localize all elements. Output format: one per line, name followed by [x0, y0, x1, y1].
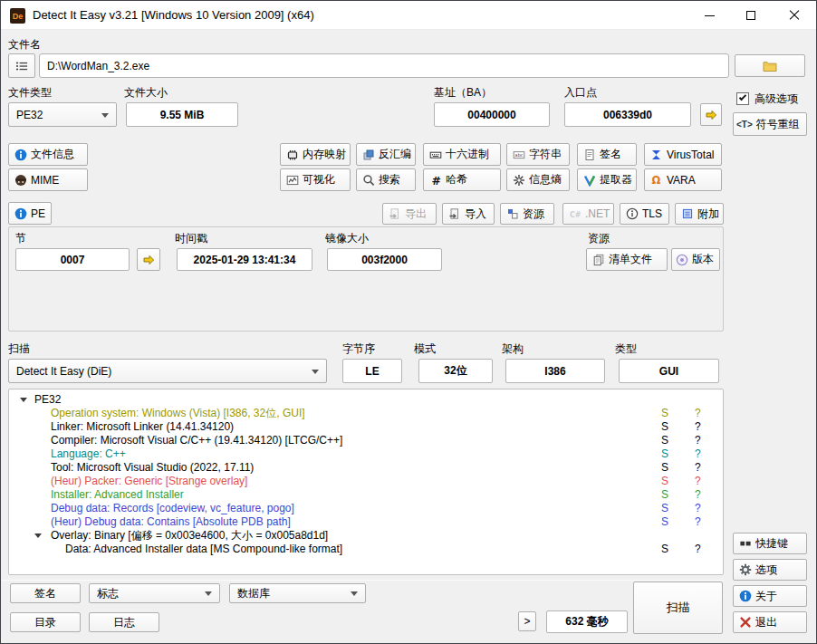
scan-link[interactable]: S [661, 515, 668, 529]
open-file-button[interactable] [735, 54, 805, 77]
timestamp-label: 时间戳 [175, 232, 207, 245]
scan-link[interactable]: S [661, 475, 668, 488]
info-link[interactable]: ? [695, 434, 701, 447]
expand-button[interactable]: > [518, 611, 536, 631]
demangle-label: 符号重组 [756, 117, 800, 132]
scan-link[interactable]: S [661, 543, 668, 556]
log-label: 日志 [113, 615, 135, 630]
advanced-options-label: 高级选项 [755, 92, 798, 106]
virustotal-button[interactable]: VirusTotal [644, 143, 722, 166]
version-button[interactable]: 版本 [671, 248, 720, 271]
tree-row[interactable]: Linker: Microsoft Linker (14.41.34120)S? [9, 420, 723, 434]
search-button[interactable]: 搜索 [356, 168, 416, 191]
info-link[interactable]: ? [695, 475, 701, 488]
signatures-label: 签名 [600, 147, 621, 162]
goto-entry-point-button[interactable] [700, 103, 722, 126]
hex-button[interactable]: 十六进制 [423, 143, 501, 166]
manifest-button[interactable]: 清单文件 [586, 248, 668, 271]
visualization-button[interactable]: 可视化 [280, 168, 351, 191]
maximize-button[interactable] [730, 1, 772, 30]
directory-button[interactable]: 目录 [10, 612, 81, 632]
demangle-button[interactable]: <T>符号重组 [733, 112, 807, 136]
info-link[interactable]: ? [695, 502, 701, 515]
scan-button[interactable]: 扫描 [633, 582, 723, 634]
pe-tab-button[interactable]: PE [8, 202, 52, 225]
scan-link[interactable]: S [661, 420, 668, 434]
tree-row[interactable]: PE32 [9, 393, 723, 407]
database-select[interactable]: 数据库 [229, 583, 366, 603]
sections-count-value[interactable]: 0007 [15, 248, 130, 271]
scan-link[interactable]: S [661, 461, 668, 475]
exit-button[interactable]: 退出 [733, 611, 807, 633]
tree-row[interactable]: Compiler: Microsoft Visual C/C++ (19.41.… [9, 434, 723, 447]
shortcuts-button[interactable]: 快捷键 [733, 533, 807, 554]
close-button[interactable] [772, 1, 817, 30]
image-size-value[interactable]: 003f2000 [327, 248, 442, 271]
extractor-label: 提取器 [600, 172, 632, 187]
scan-link[interactable]: S [661, 434, 668, 447]
import-button[interactable]: 导入 [442, 203, 495, 225]
tree-row[interactable]: Tool: Microsoft Visual Studio (2022, 17.… [9, 461, 723, 475]
scan-link[interactable]: S [661, 502, 668, 515]
flags-select[interactable]: 标志 [89, 583, 220, 603]
file-path-input[interactable]: D:\WordMan_3.2.exe [39, 53, 729, 78]
scan-link[interactable]: S [661, 407, 668, 420]
tree-row[interactable]: Data: Advanced Installer data [MS Compou… [9, 543, 723, 556]
info-link[interactable]: ? [695, 407, 701, 420]
options-button[interactable]: 选项 [733, 559, 807, 581]
vara-button[interactable]: VARA [644, 168, 722, 191]
tree-row[interactable]: Debug data: Records [codeview, vc_featur… [9, 502, 723, 515]
memory-map-button[interactable]: 内存映射 [280, 143, 351, 166]
extractor-button[interactable]: 提取器 [577, 168, 637, 191]
scan-engine-select[interactable]: Detect It Easy (DiE) [8, 359, 327, 383]
strings-button[interactable]: 字符串 [506, 143, 570, 166]
signatures-button[interactable]: 签名 [577, 143, 637, 166]
disasm-button[interactable]: 反汇编 [356, 143, 416, 166]
expander-icon[interactable] [34, 533, 42, 538]
detection-text: (Heur) Debug data: Contains [Absolute PD… [51, 515, 291, 529]
info-link[interactable]: ? [695, 447, 701, 461]
hash-button[interactable]: 哈希 [423, 168, 501, 191]
entropy-button[interactable]: 信息熵 [506, 168, 570, 191]
info-link[interactable]: ? [695, 420, 701, 434]
tree-row[interactable]: Installer: Advanced InstallerS? [9, 488, 723, 502]
info-link[interactable]: ? [695, 515, 701, 529]
detection-text: Tool: Microsoft Visual Studio (2022, 17.… [51, 461, 254, 475]
file-type-select[interactable]: PE32 [8, 102, 117, 127]
expander-icon[interactable] [20, 398, 27, 402]
scan-button-label: 扫描 [667, 600, 690, 616]
advanced-options-checkbox[interactable] [736, 92, 749, 105]
scan-results-tree[interactable]: PE32 Operation system: Windows (Vista) [… [8, 389, 724, 575]
overlay-button[interactable]: 附加 [675, 203, 724, 225]
tree-row[interactable]: Operation system: Windows (Vista) [I386,… [9, 407, 723, 420]
signatures-db-button[interactable]: 签名 [10, 583, 81, 603]
scan-link[interactable]: S [661, 447, 668, 461]
mime-button[interactable]: MIME [8, 168, 88, 191]
info-link[interactable]: ? [695, 461, 701, 475]
base-address-value[interactable]: 00400000 [434, 102, 550, 127]
tree-row[interactable]: Overlay: Binary [偏移 = 0x003e4600, 大小 = 0… [9, 529, 723, 543]
demangle-icon: <T> [736, 120, 753, 130]
list-icon [15, 60, 28, 72]
directory-label: 目录 [34, 615, 56, 630]
scan-link[interactable]: S [661, 488, 668, 502]
minimize-button[interactable] [689, 1, 730, 30]
tree-row[interactable]: (Heur) Debug data: Contains [Absolute PD… [9, 515, 723, 529]
entry-point-value[interactable]: 006339d0 [564, 102, 691, 127]
about-button[interactable]: 关于 [733, 585, 807, 607]
info-link[interactable]: ? [695, 543, 701, 556]
goto-sections-button[interactable] [137, 248, 160, 271]
tls-button[interactable]: TLS [620, 203, 669, 225]
resources-section-label: 资源 [588, 232, 610, 245]
timestamp-value[interactable]: 2025-01-29 13:41:34 [177, 248, 312, 271]
entropy-label: 信息熵 [529, 172, 562, 187]
info-link[interactable]: ? [695, 488, 701, 502]
tree-row[interactable]: Language: C++S? [9, 447, 723, 461]
recent-files-button[interactable] [8, 53, 35, 78]
file-info-button[interactable]: 文件信息 [8, 143, 88, 166]
tree-row[interactable]: (Heur) Packer: Generic [Strange overlay]… [9, 475, 723, 488]
log-button[interactable]: 日志 [89, 612, 159, 632]
resources-button[interactable]: 资源 [500, 203, 554, 225]
hex-label: 十六进制 [446, 147, 489, 162]
signature-icon [583, 149, 596, 161]
